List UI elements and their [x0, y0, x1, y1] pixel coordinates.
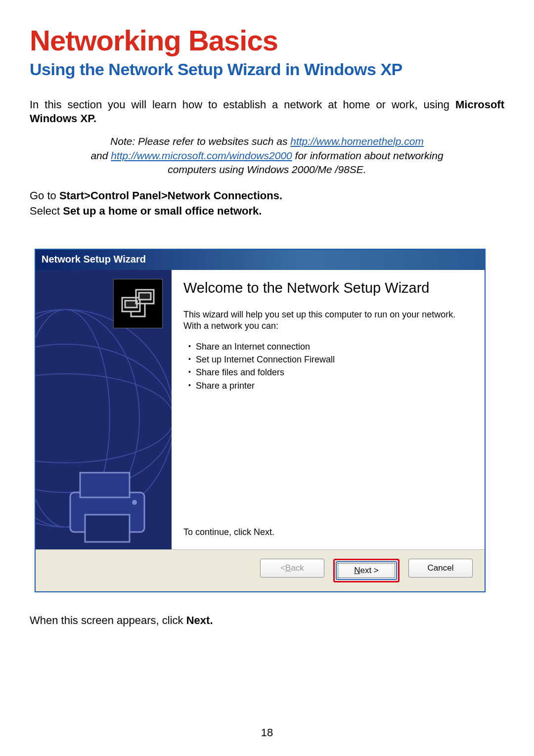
- cancel-label: Cancel: [428, 563, 454, 573]
- instr-2-bold: Set up a home or small office network.: [63, 205, 262, 217]
- svg-rect-13: [139, 293, 151, 300]
- note-link-1[interactable]: http://www.homenethelp.com: [290, 135, 424, 147]
- closing-paragraph: When this screen appears, click Next.: [30, 614, 504, 627]
- svg-point-9: [132, 500, 137, 505]
- wizard-continue-text: To continue, click Next.: [183, 527, 473, 537]
- note-link-2[interactable]: http://www.microsoft.com/windows2000: [111, 150, 292, 161]
- closing-bold: Next.: [186, 614, 213, 626]
- next-button-highlight: Next >: [333, 559, 400, 582]
- instr-2-pre: Select: [30, 205, 63, 217]
- wizard-bullet: Share an Internet connection: [188, 340, 473, 353]
- wizard-body: Welcome to the Network Setup Wizard This…: [36, 270, 485, 549]
- instr-1-pre: Go to: [30, 189, 59, 202]
- page-title: Networking Basics: [30, 24, 504, 57]
- wizard-titlebar: Network Setup Wizard: [36, 250, 485, 270]
- wizard-bullet: Set up Internet Connection Firewall: [188, 353, 473, 366]
- back-label-u: B: [285, 563, 291, 573]
- note-post: for information about networking: [292, 150, 444, 161]
- wizard-sidebar-image: [36, 270, 172, 549]
- page-subtitle: Using the Network Setup Wizard in Window…: [30, 60, 504, 79]
- next-label-post: ext >: [360, 566, 378, 576]
- closing-text: When this screen appears, click: [30, 614, 186, 626]
- intro-text: In this section you will learn how to es…: [30, 98, 455, 111]
- note-prefix: Note: Please refer to websites such as: [110, 135, 290, 147]
- page-number: 18: [0, 726, 534, 739]
- wizard-bullet: Share files and folders: [188, 366, 473, 379]
- wizard-bullet-list: Share an Internet connection Set up Inte…: [188, 340, 473, 392]
- wizard-window: Network Setup Wizard: [35, 249, 486, 592]
- intro-paragraph: In this section you will learn how to es…: [30, 98, 504, 126]
- wizard-heading: Welcome to the Network Setup Wizard: [183, 280, 473, 296]
- note-and: and: [90, 150, 111, 161]
- back-label-post: ack: [291, 563, 304, 573]
- cancel-button[interactable]: Cancel: [408, 559, 473, 578]
- wizard-main: Welcome to the Network Setup Wizard This…: [172, 270, 485, 549]
- svg-rect-7: [80, 473, 130, 497]
- back-label-pre: <: [280, 563, 285, 573]
- wizard-bullet: Share a printer: [188, 379, 473, 392]
- wizard-body-text: This wizard will help you set up this co…: [183, 309, 473, 331]
- network-computers-icon: [113, 279, 163, 328]
- next-button[interactable]: Next >: [336, 561, 397, 580]
- svg-rect-11: [125, 301, 137, 308]
- next-label-u: N: [354, 566, 360, 576]
- wizard-button-bar: < Back Next > Cancel: [36, 549, 485, 591]
- note-line3: computers using Windows 2000/Me /98SE.: [168, 164, 366, 175]
- instr-1-bold: Start>Control Panel>Network Connections.: [59, 189, 282, 202]
- note-paragraph: Note: Please refer to websites such as h…: [40, 134, 494, 177]
- svg-rect-8: [85, 515, 130, 542]
- back-button: < Back: [260, 559, 324, 578]
- instructions-paragraph: Go to Start>Control Panel>Network Connec…: [30, 188, 504, 219]
